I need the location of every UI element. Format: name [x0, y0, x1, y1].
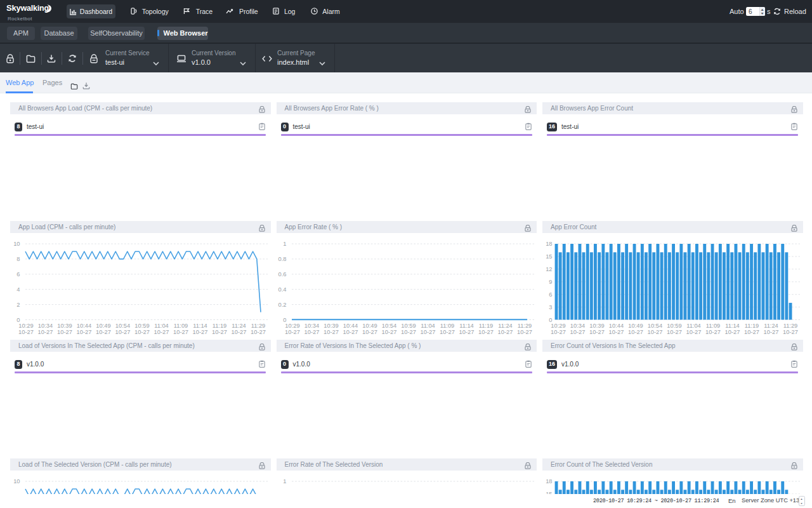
svg-text:10-27: 10-27: [459, 329, 474, 335]
svg-text:10-27: 10-27: [343, 329, 358, 335]
svg-text:0.4: 0.4: [278, 286, 286, 293]
svg-text:10-27: 10-27: [173, 329, 188, 335]
svg-text:10-27: 10-27: [648, 329, 663, 335]
svg-text:15: 15: [546, 253, 552, 260]
svg-text:10-27: 10-27: [420, 329, 435, 335]
svg-text:11:29: 11:29: [783, 323, 798, 329]
svg-text:0.2: 0.2: [278, 302, 286, 308]
svg-text:12: 12: [546, 266, 552, 272]
svg-text:11:04: 11:04: [421, 323, 435, 329]
svg-text:10-27: 10-27: [134, 329, 150, 335]
svg-text:10:39: 10:39: [324, 323, 338, 329]
svg-text:10:39: 10:39: [589, 323, 604, 329]
svg-text:18: 18: [546, 478, 552, 485]
svg-text:11:24: 11:24: [498, 323, 513, 329]
svg-text:10:54: 10:54: [381, 323, 396, 329]
svg-text:10-27: 10-27: [628, 329, 643, 335]
svg-text:11:19: 11:19: [478, 323, 493, 329]
svg-text:11:04: 11:04: [686, 323, 701, 329]
svg-text:10-27: 10-27: [362, 329, 377, 335]
svg-text:10:44: 10:44: [343, 323, 357, 329]
svg-text:11:04: 11:04: [154, 323, 169, 329]
svg-text:10:59: 10:59: [667, 323, 681, 329]
svg-text:10-27: 10-27: [96, 329, 111, 335]
svg-text:10-27: 10-27: [609, 329, 624, 335]
svg-text:10-27: 10-27: [725, 329, 740, 335]
svg-text:10-27: 10-27: [285, 329, 300, 335]
svg-text:11:29: 11:29: [251, 323, 266, 329]
svg-text:0.6: 0.6: [278, 271, 286, 277]
svg-text:10:44: 10:44: [77, 323, 91, 329]
svg-text:10-27: 10-27: [57, 329, 72, 335]
svg-text:10-27: 10-27: [667, 329, 682, 335]
svg-text:10-27: 10-27: [193, 329, 208, 335]
svg-text:10: 10: [13, 241, 20, 247]
svg-text:11:14: 11:14: [725, 323, 740, 329]
svg-text:10:29: 10:29: [18, 323, 33, 329]
svg-text:10:29: 10:29: [285, 323, 299, 329]
svg-text:18: 18: [546, 241, 552, 247]
svg-text:10:34: 10:34: [304, 323, 318, 329]
svg-text:10-27: 10-27: [401, 329, 416, 335]
svg-text:10:54: 10:54: [648, 323, 662, 329]
svg-text:10:54: 10:54: [115, 323, 130, 329]
svg-text:10-27: 10-27: [381, 329, 396, 335]
svg-text:11:19: 11:19: [745, 323, 759, 329]
svg-text:10-27: 10-27: [551, 329, 566, 335]
svg-text:10:59: 10:59: [401, 323, 416, 329]
svg-text:11:14: 11:14: [193, 323, 207, 329]
svg-text:10:49: 10:49: [628, 323, 643, 329]
svg-text:11:14: 11:14: [459, 323, 474, 329]
svg-text:10-27: 10-27: [212, 329, 227, 335]
svg-text:11:24: 11:24: [232, 323, 246, 329]
svg-text:10-27: 10-27: [589, 329, 605, 335]
svg-text:10-27: 10-27: [570, 329, 586, 335]
svg-text:10:34: 10:34: [570, 323, 585, 329]
svg-text:11:09: 11:09: [440, 323, 454, 329]
svg-text:10-27: 10-27: [705, 329, 721, 335]
svg-text:10-27: 10-27: [324, 329, 339, 335]
svg-text:10-27: 10-27: [497, 329, 513, 335]
svg-text:11:24: 11:24: [764, 323, 778, 329]
svg-text:10-27: 10-27: [77, 329, 92, 335]
svg-text:9: 9: [549, 279, 552, 285]
svg-text:10: 10: [13, 478, 20, 485]
svg-text:10-27: 10-27: [744, 329, 759, 335]
svg-text:10-27: 10-27: [764, 329, 779, 335]
svg-text:1: 1: [283, 241, 286, 247]
svg-text:10:49: 10:49: [96, 323, 110, 329]
svg-text:10-27: 10-27: [251, 329, 266, 335]
svg-text:10-27: 10-27: [38, 329, 53, 335]
svg-text:10-27: 10-27: [686, 329, 702, 335]
svg-text:11:09: 11:09: [174, 323, 188, 329]
svg-text:10:44: 10:44: [609, 323, 624, 329]
svg-text:0.8: 0.8: [278, 256, 286, 262]
svg-text:10-27: 10-27: [154, 329, 169, 335]
svg-text:1: 1: [283, 478, 286, 485]
svg-text:3: 3: [549, 304, 552, 311]
svg-text:10:59: 10:59: [134, 323, 149, 329]
svg-text:10-27: 10-27: [18, 329, 34, 335]
svg-text:2: 2: [16, 302, 20, 308]
svg-text:6: 6: [549, 291, 552, 298]
svg-text:10-27: 10-27: [783, 329, 798, 335]
svg-text:10:49: 10:49: [362, 323, 377, 329]
svg-text:10-27: 10-27: [517, 329, 532, 335]
svg-text:11:19: 11:19: [213, 323, 227, 329]
svg-text:11:09: 11:09: [706, 323, 721, 329]
svg-text:10-27: 10-27: [440, 329, 455, 335]
svg-text:10:29: 10:29: [551, 323, 565, 329]
svg-text:6: 6: [16, 271, 20, 277]
svg-text:10-27: 10-27: [478, 329, 494, 335]
svg-text:10:39: 10:39: [57, 323, 72, 329]
svg-text:8: 8: [16, 256, 20, 262]
svg-text:11:29: 11:29: [517, 323, 532, 329]
svg-text:10-27: 10-27: [115, 329, 131, 335]
svg-text:10-27: 10-27: [304, 329, 319, 335]
svg-text:10:34: 10:34: [38, 323, 53, 329]
svg-text:10-27: 10-27: [232, 329, 247, 335]
svg-text:4: 4: [16, 286, 20, 293]
